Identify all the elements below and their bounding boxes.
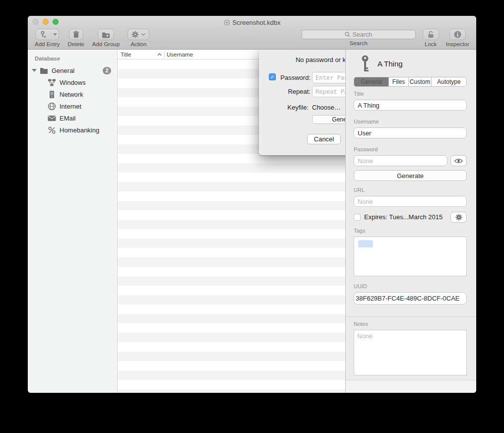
sidebar: Database General 2 Win — [28, 50, 118, 393]
tab-files[interactable]: Files — [389, 77, 409, 86]
entry-list-panel: Title Username No password or keyfile su… — [118, 50, 345, 393]
password-label: Password — [354, 146, 378, 152]
sidebar-item-label: EMail — [60, 115, 76, 122]
inspector-tabs: General Files Custom Autotype — [354, 77, 467, 87]
tags-label: Tags — [354, 228, 365, 234]
sidebar-section-header: Database — [28, 54, 117, 64]
inspector-button[interactable] — [449, 29, 466, 40]
password-checkbox[interactable] — [269, 73, 276, 80]
key-icon — [360, 55, 371, 72]
chevron-down-icon — [141, 33, 145, 36]
sidebar-item-network[interactable]: Network — [28, 88, 117, 100]
username-field[interactable] — [354, 127, 467, 138]
window-title: Screenshot.kdbx — [233, 19, 281, 26]
delete-button[interactable] — [69, 29, 83, 40]
search-input[interactable]: Search — [302, 30, 416, 39]
divider — [346, 316, 476, 317]
sidebar-item-label: Homebanking — [60, 126, 99, 134]
generate-keyfile-button[interactable]: Generate Keyfile — [312, 115, 345, 124]
repeat-input[interactable] — [312, 86, 345, 97]
content-area: Database General 2 Win — [28, 50, 476, 393]
server-icon — [48, 90, 56, 99]
notes-label: Notes — [354, 321, 368, 327]
delete-label: Delete — [68, 41, 84, 47]
sidebar-item-label: Windows — [60, 79, 86, 86]
unlock-icon — [428, 31, 434, 38]
database-file-icon — [224, 19, 230, 26]
repeat-label: Repeat: — [277, 88, 311, 95]
expires-settings-button[interactable] — [450, 212, 467, 223]
globe-icon — [48, 102, 56, 111]
url-field[interactable] — [354, 196, 467, 207]
sort-ascending-icon — [157, 53, 162, 56]
keyfile-popup[interactable]: Choose… — [312, 102, 345, 113]
folder-icon — [40, 66, 48, 75]
sidebar-item-label: General — [52, 67, 74, 74]
gear-icon — [131, 31, 139, 38]
search-icon — [345, 32, 350, 37]
uuid-field[interactable] — [354, 292, 467, 305]
disclosure-triangle-icon[interactable] — [32, 69, 37, 72]
envelope-icon — [48, 114, 56, 123]
add-entry-group: Add Entry — [35, 29, 60, 49]
inspector-footer — [346, 380, 476, 393]
tab-general[interactable]: General — [354, 77, 389, 86]
password-label: Password: — [277, 74, 311, 81]
add-group-group: Add Group — [92, 29, 120, 49]
username-label: Username — [354, 119, 379, 124]
cancel-button[interactable]: Cancel — [307, 134, 341, 144]
add-entry-dropdown[interactable] — [51, 33, 59, 36]
column-header-title[interactable]: Title — [118, 52, 164, 58]
percent-icon — [48, 126, 56, 134]
lock-label: Lock — [425, 41, 437, 47]
expires-row: Expires: Tues...March 2015 — [354, 213, 442, 221]
change-password-dialog: No password or keyfile supplied! Passwor… — [259, 50, 345, 155]
sidebar-item-homebanking[interactable]: Homebanking — [28, 124, 117, 136]
tag-pill[interactable] — [358, 240, 373, 247]
generate-password-button[interactable]: Generate — [354, 170, 467, 181]
delete-group: Delete — [68, 29, 84, 49]
search-placeholder: Search — [352, 31, 372, 38]
add-entry-button[interactable] — [35, 29, 59, 40]
keyfile-label: Keyfile: — [277, 104, 309, 111]
toolbar: Add Entry Delete — [28, 29, 476, 49]
sidebar-item-email[interactable]: EMail — [28, 112, 117, 124]
tab-custom[interactable]: Custom — [409, 77, 432, 86]
search-group: Search Search — [302, 29, 416, 49]
password-input[interactable] — [312, 72, 345, 83]
inspector-group: Inspector — [446, 29, 469, 49]
lock-button[interactable] — [423, 29, 439, 40]
sidebar-item-general[interactable]: General 2 — [28, 64, 117, 76]
eye-icon — [454, 158, 463, 164]
sidebar-item-internet[interactable]: Internet — [28, 100, 117, 112]
reveal-password-button[interactable] — [450, 155, 467, 166]
window-header: Screenshot.kdbx — [28, 16, 476, 50]
notes-field[interactable] — [354, 330, 467, 375]
tags-box[interactable] — [354, 237, 467, 276]
tab-autotype[interactable]: Autotype — [432, 77, 466, 86]
key-plus-icon — [36, 31, 51, 38]
action-label: Action — [130, 41, 146, 47]
url-label: URL — [354, 187, 365, 193]
title-label: Title — [354, 91, 364, 97]
action-button[interactable] — [127, 29, 149, 40]
entry-count-badge: 2 — [103, 67, 111, 74]
expires-checkbox[interactable] — [354, 214, 361, 221]
workgroup-icon — [48, 78, 56, 87]
uuid-label: UUID — [354, 283, 367, 289]
title-field[interactable] — [354, 100, 467, 111]
app-window: Screenshot.kdbx — [28, 16, 476, 393]
gear-icon — [455, 214, 462, 221]
keyfile-value: Choose… — [312, 104, 341, 111]
chevron-down-icon — [53, 33, 57, 36]
password-field[interactable] — [354, 155, 447, 166]
titlebar: Screenshot.kdbx — [28, 16, 476, 29]
inspector-panel: A Thing General Files Custom Autotype Ti… — [345, 50, 476, 393]
sidebar-item-windows[interactable]: Windows — [28, 76, 117, 88]
add-entry-label: Add Entry — [35, 41, 60, 47]
dialog-message: No password or keyfile supplied! — [259, 56, 345, 63]
sidebar-item-label: Network — [60, 91, 83, 98]
folder-plus-icon — [102, 31, 110, 38]
add-group-button[interactable] — [98, 29, 114, 40]
inspector-label: Inspector — [446, 41, 469, 47]
